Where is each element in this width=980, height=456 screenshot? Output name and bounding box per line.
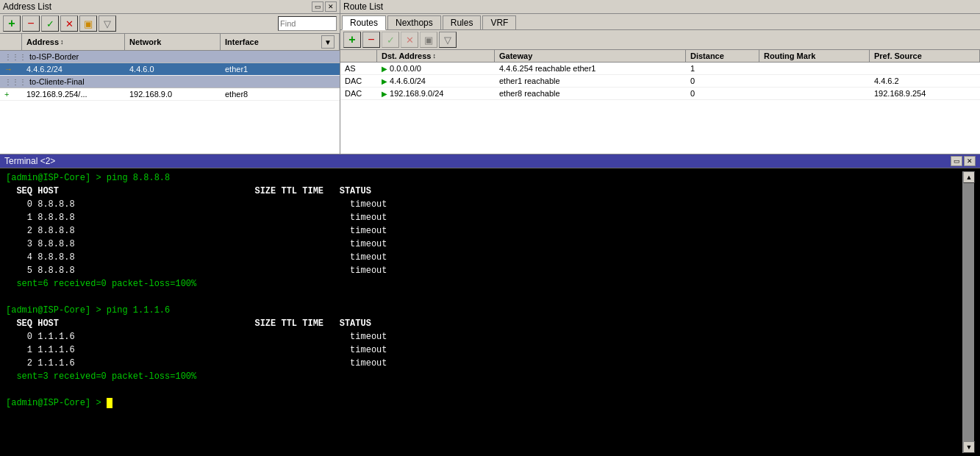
terminal-scrollbar: ▲ ▼	[962, 171, 974, 453]
address-list-restore-btn[interactable]: ▭	[312, 1, 323, 12]
route2-src: 4.4.6.2	[870, 75, 980, 87]
term-data-3: 2 8.8.8.8 timeout	[6, 226, 387, 236]
route2-flag: DAC	[340, 75, 377, 87]
copy-address-btn[interactable]: ▣	[79, 15, 97, 32]
terminal-window-buttons: ▭ ✕	[951, 156, 976, 166]
term-summary-1: sent=6 received=0 packet-loss=100%	[6, 279, 196, 289]
route2-dst: ▶ 4.4.6.0/24	[377, 75, 495, 87]
enable-address-btn[interactable]: ✓	[41, 15, 59, 32]
main-container: Address List ▭ ✕ + − ✓ ✕ ▣ ▽ Address ↕ N…	[0, 0, 980, 456]
route1-distance: 1	[686, 63, 759, 74]
rth-pref-source[interactable]: Pref. Source	[870, 50, 980, 62]
rth-dst[interactable]: Dst. Address ↕	[377, 50, 495, 62]
route2-mark	[759, 79, 870, 82]
tab-vrf[interactable]: VRF	[482, 15, 516, 29]
route2-distance: 0	[686, 75, 759, 87]
term-line-9: sent=6 received=0 packet-loss=100%	[6, 277, 962, 291]
address-find-input[interactable]	[278, 16, 337, 31]
term-data-7: 0 1.1.1.6 timeout	[6, 332, 387, 342]
term-input-line: [admin@ISP-Core] >	[6, 396, 962, 410]
route1-dst: ▶ 0.0.0.0/0	[377, 63, 495, 74]
terminal-title: Terminal <2>	[4, 156, 55, 166]
address-row-2[interactable]: + 192.168.9.254/... 192.168.9.0 ether8	[0, 88, 340, 101]
term-blank-1	[6, 291, 962, 304]
add-route-btn[interactable]: +	[343, 32, 361, 48]
scroll-down-btn[interactable]: ▼	[963, 441, 975, 453]
route-tabs: Routes Nexthops Rules VRF	[340, 14, 980, 30]
th-flag	[0, 34, 22, 50]
dst-sort-icon: ↕	[432, 52, 436, 60]
route-row-1[interactable]: AS ▶ 0.0.0.0/0 4.4.6.254 reachable ether…	[340, 63, 980, 75]
term-data-4: 3 8.8.8.8 timeout	[6, 239, 387, 249]
term-blank-2	[6, 383, 962, 396]
disable-address-btn[interactable]: ✕	[60, 15, 78, 32]
route1-src	[870, 67, 980, 70]
tab-rules[interactable]: Rules	[443, 15, 482, 29]
route2-gateway: ether1 reachable	[495, 75, 686, 87]
interface-expand-btn[interactable]: ▼	[321, 35, 335, 49]
row1-address: 4.4.6.2/24	[22, 63, 125, 75]
term-data-1: 0 8.8.8.8 timeout	[6, 199, 387, 210]
address-list-toolbar: + − ✓ ✕ ▣ ▽	[0, 14, 340, 34]
row1-interface: ether1	[221, 63, 340, 75]
term-line-6: 3 8.8.8.8 timeout	[6, 238, 962, 251]
route-row-3[interactable]: DAC ▶ 192.168.9.0/24 ether8 reachable 0 …	[340, 88, 980, 100]
term-data-9: 2 1.1.1.6 timeout	[6, 358, 387, 368]
tab-nexthops[interactable]: Nexthops	[387, 15, 441, 29]
scroll-track[interactable]	[963, 183, 974, 441]
rth-flag	[340, 50, 377, 62]
row2-flag: +	[0, 88, 22, 100]
term-line-8: 5 8.8.8.8 timeout	[6, 264, 962, 277]
address-table-body: ⋮⋮⋮ to-ISP-Border → 4.4.6.2/24 4.4.6.0 e…	[0, 51, 340, 154]
add-address-btn[interactable]: +	[3, 15, 21, 32]
row1-network: 4.4.6.0	[125, 63, 221, 75]
address-row-1[interactable]: → 4.4.6.2/24 4.4.6.0 ether1	[0, 63, 340, 76]
route3-src: 192.168.9.254	[870, 88, 980, 99]
route-list-title: Route List	[343, 1, 383, 12]
group-name-cliente-final: to-Cliente-Final	[29, 77, 85, 86]
term-summary-2: sent=3 received=0 packet-loss=100%	[6, 371, 196, 382]
rth-gateway[interactable]: Gateway	[495, 50, 686, 62]
route3-distance: 0	[686, 88, 759, 99]
group-name-isp-border: to-ISP-Border	[29, 52, 79, 61]
route3-gateway: ether8 reachable	[495, 88, 686, 99]
copy-route-btn: ▣	[420, 32, 437, 48]
th-address[interactable]: Address ↕	[22, 34, 125, 50]
terminal-restore-btn[interactable]: ▭	[951, 156, 962, 166]
remove-address-btn[interactable]: −	[22, 15, 40, 32]
address-list-close-btn[interactable]: ✕	[325, 1, 337, 12]
rth-distance[interactable]: Distance	[686, 50, 759, 62]
term-data-5: 4 8.8.8.8 timeout	[6, 252, 387, 263]
address-list-panel: Address List ▭ ✕ + − ✓ ✕ ▣ ▽ Address ↕ N…	[0, 0, 340, 154]
term-line-10: [admin@ISP-Core] > ping 1.1.1.6	[6, 304, 962, 317]
rth-routing-mark[interactable]: Routing Mark	[759, 50, 870, 62]
scroll-up-btn[interactable]: ▲	[963, 171, 975, 183]
term-line-12: 0 1.1.1.6 timeout	[6, 330, 962, 343]
term-data-2: 1 8.8.8.8 timeout	[6, 213, 387, 223]
remove-route-btn[interactable]: −	[362, 32, 380, 48]
term-line-11: SEQ HOST SIZE TTL TIME STATUS	[6, 317, 962, 330]
th-interface[interactable]: Interface ▼	[221, 34, 340, 50]
terminal-close-btn[interactable]: ✕	[964, 156, 976, 166]
term-line-5: 2 8.8.8.8 timeout	[6, 224, 962, 238]
th-network[interactable]: Network	[125, 34, 221, 50]
row2-interface: ether8	[221, 88, 340, 100]
tab-routes[interactable]: Routes	[342, 15, 386, 30]
term-prompt-3: [admin@ISP-Core] >	[6, 398, 107, 408]
term-line-4: 1 8.8.8.8 timeout	[6, 211, 962, 224]
term-prompt-2: [admin@ISP-Core] > ping 1.1.1.6	[6, 305, 170, 316]
terminal-body[interactable]: [admin@ISP-Core] > ping 8.8.8.8 SEQ HOST…	[0, 168, 980, 456]
terminal-titlebar: Terminal <2> ▭ ✕	[0, 154, 980, 168]
term-header-2: SEQ HOST SIZE TTL TIME STATUS	[6, 318, 371, 329]
route3-flag: DAC	[340, 88, 377, 99]
filter-route-btn[interactable]: ▽	[439, 32, 457, 48]
top-row: Address List ▭ ✕ + − ✓ ✕ ▣ ▽ Address ↕ N…	[0, 0, 980, 154]
route1-gateway: 4.4.6.254 reachable ether1	[495, 63, 686, 74]
th-interface-label: Interface	[225, 38, 259, 46]
address-sort-icon: ↕	[60, 38, 64, 46]
group-icon: ⋮⋮⋮	[4, 53, 26, 61]
route-row-2[interactable]: DAC ▶ 4.4.6.0/24 ether1 reachable 0 4.4.…	[340, 75, 980, 88]
enable-route-btn: ✓	[382, 32, 399, 48]
filter-address-btn[interactable]: ▽	[99, 15, 116, 32]
address-list-window-buttons: ▭ ✕	[312, 1, 337, 12]
